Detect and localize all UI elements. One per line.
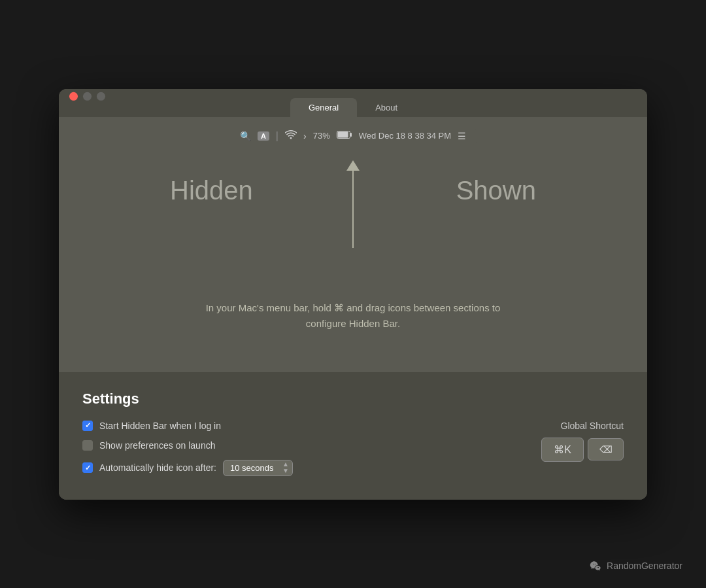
shown-label: Shown (456, 176, 536, 205)
tab-about[interactable]: About (357, 98, 416, 117)
checkbox-autohide-label: Automatically hide icon after: (99, 462, 216, 473)
settings-row: Start Hidden Bar when I log in Show pref… (82, 421, 624, 476)
title-bar: General About (59, 89, 647, 117)
window-controls (69, 92, 105, 110)
chevron-icon: › (303, 131, 307, 141)
checkbox-row-login: Start Hidden Bar when I log in (82, 421, 293, 431)
checkbox-row-autohide: Automatically hide icon after: 5 seconds… (82, 460, 293, 476)
shortcut-keys: ⌘K ⌫ (541, 438, 624, 462)
shortcut-key1-button[interactable]: ⌘K (541, 438, 584, 462)
shortcut-label: Global Shortcut (561, 421, 624, 431)
checkbox-prefs-label: Show preferences on launch (99, 440, 215, 451)
close-button[interactable] (69, 92, 78, 101)
autohide-select-wrapper: 5 seconds 10 seconds 15 seconds 30 secon… (223, 460, 293, 476)
watermark-text: RandomGenerator (607, 561, 682, 571)
hidden-shown-diagram: Hidden Shown (85, 163, 621, 261)
checkbox-login-label: Start Hidden Bar when I log in (99, 421, 221, 431)
watermark: RandomGenerator (590, 559, 682, 572)
hidden-label: Hidden (170, 176, 253, 205)
shortcut-section: Global Shortcut ⌘K ⌫ (541, 421, 624, 462)
checkbox-row-prefs: Show preferences on launch (82, 440, 293, 451)
menu-bar-preview: 🔍 A | › 73% Wed Dec 18 8 38 34 PM ☰ (59, 117, 647, 150)
tab-general[interactable]: General (290, 98, 357, 117)
svg-rect-1 (337, 132, 348, 138)
settings-left: Start Hidden Bar when I log in Show pref… (82, 421, 293, 476)
arrow-up-icon (352, 169, 354, 248)
checkbox-login[interactable] (82, 421, 93, 431)
text-input-icon: A (258, 131, 269, 141)
datetime-text: Wed Dec 18 8 38 34 PM (359, 131, 451, 141)
tab-bar: General About (290, 98, 416, 117)
checkbox-prefs[interactable] (82, 440, 93, 451)
wifi-icon (285, 130, 297, 141)
instruction-text: In your Mac's menu bar, hold ⌘ and drag … (203, 300, 503, 332)
battery-text: 73% (313, 131, 330, 141)
mock-menubar: 🔍 A | › 73% Wed Dec 18 8 38 34 PM ☰ (229, 128, 477, 145)
menu-list-icon: ☰ (458, 131, 466, 141)
shortcut-key2-button[interactable]: ⌫ (588, 438, 624, 460)
svg-rect-2 (350, 133, 352, 137)
checkbox-autohide[interactable] (82, 462, 93, 473)
settings-section: Settings Start Hidden Bar when I log in … (59, 372, 647, 500)
search-icon: 🔍 (240, 131, 251, 141)
minimize-button[interactable] (83, 92, 92, 101)
divider-icon: | (276, 130, 278, 142)
app-window: General About 🔍 A | › 73% Wed (59, 89, 647, 500)
maximize-button[interactable] (97, 92, 105, 101)
battery-icon (337, 131, 352, 141)
autohide-select[interactable]: 5 seconds 10 seconds 15 seconds 30 secon… (223, 460, 293, 476)
wechat-icon (590, 559, 603, 572)
settings-title: Settings (82, 390, 624, 407)
diagram-area: Hidden Shown In your Mac's menu bar, hol… (59, 150, 647, 372)
